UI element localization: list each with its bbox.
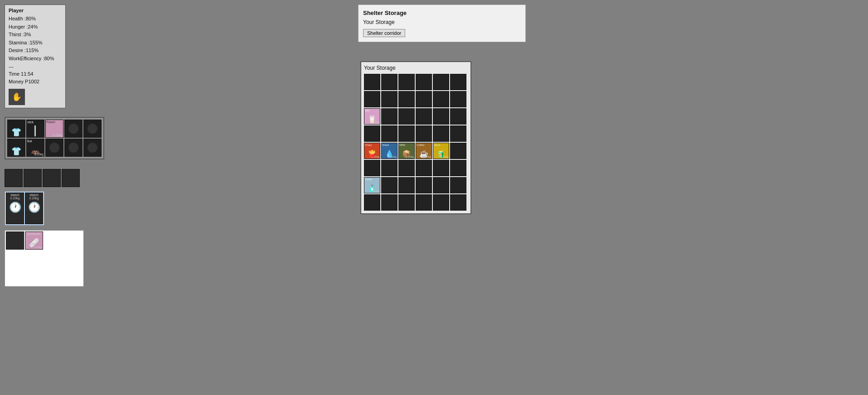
storage-cell[interactable] <box>398 194 415 211</box>
separator: --- <box>9 64 62 69</box>
storage-cell[interactable] <box>364 194 380 211</box>
storage-cell[interactable]: Juice🧃0.40kg <box>433 143 449 159</box>
storage-cell[interactable] <box>398 125 415 142</box>
storage-cell[interactable]: MRE📦1.00kg <box>398 143 415 159</box>
player-title: Player <box>9 8 62 13</box>
storage-item-weight: 0.40kg <box>423 155 431 158</box>
storage-item-weight: 1.00kg <box>406 155 414 158</box>
storage-cell[interactable] <box>450 143 466 159</box>
storage-cell[interactable] <box>416 177 432 193</box>
storage-cell[interactable] <box>433 74 449 90</box>
work-efficiency-stat: WorkEfficiency :80% <box>9 55 62 63</box>
storage-item-weight: 0.10kg <box>371 121 379 124</box>
equip-cell-7[interactable] <box>45 139 63 157</box>
storage-cell[interactable] <box>416 91 432 107</box>
storage-cell[interactable] <box>381 194 398 211</box>
storage-item-label: MRE <box>399 144 405 147</box>
hotbar-cell-2[interactable] <box>43 169 61 187</box>
bat-label: Bat <box>27 140 32 143</box>
hotbar-cell-1[interactable] <box>24 169 42 187</box>
misc-cell-1[interactable]: tourniquets 🩹 0.20kg <box>25 231 43 250</box>
storage-cell[interactable] <box>433 160 449 176</box>
hunger-stat: Hunger :24% <box>9 23 62 31</box>
storage-cell[interactable] <box>381 177 398 193</box>
storage-cell[interactable] <box>433 108 449 125</box>
storage-cell[interactable] <box>381 91 398 107</box>
watch-label-1: Watch <box>29 193 39 197</box>
storage-cell[interactable] <box>416 194 432 211</box>
storage-cell[interactable] <box>381 74 398 90</box>
thirst-stat: Thirst :3% <box>9 31 62 39</box>
equip-cell-6[interactable]: Bat 🦇 1.00kg <box>26 139 44 157</box>
stick-label: stick <box>27 120 34 124</box>
storage-item-weight: 0.30kg <box>388 155 397 158</box>
storage-item-label: Coffee <box>417 144 425 147</box>
equip-cell-4[interactable] <box>83 120 102 138</box>
storage-cell[interactable]: Saline🧴0.10kg <box>364 177 380 193</box>
equip-cell-8[interactable] <box>64 139 82 157</box>
storage-cell[interactable] <box>450 91 466 107</box>
shelter-top-panel: Shelter Storage Your Storage Shelter cor… <box>358 5 526 42</box>
tourniquet-weight: 0.20kg <box>34 246 42 249</box>
storage-cell[interactable] <box>450 108 466 125</box>
your-storage-title: Your Storage <box>364 65 468 71</box>
storage-cell[interactable] <box>416 160 432 176</box>
storage-cell[interactable] <box>381 108 398 125</box>
equipment-panel: 👕 stick Peach 0.20kg 👕 Bat 🦇 1.00kg <box>5 117 104 159</box>
storage-cell[interactable] <box>381 160 398 176</box>
storage-cell[interactable] <box>398 91 415 107</box>
equip-cell-2[interactable]: Peach 0.20kg <box>45 120 63 138</box>
storage-cell[interactable] <box>364 74 380 90</box>
storage-cell[interactable] <box>450 125 466 142</box>
equip-cell-1[interactable]: stick <box>26 120 44 138</box>
storage-cell[interactable] <box>433 125 449 142</box>
storage-cell[interactable] <box>416 125 432 142</box>
misc-panel: tourniquets 🩹 0.20kg <box>5 230 84 287</box>
storage-cell[interactable] <box>433 194 449 211</box>
storage-cell[interactable] <box>398 177 415 193</box>
hotbar-cell-0[interactable] <box>5 169 23 187</box>
storage-cell[interactable]: Coffee☕0.40kg <box>416 143 432 159</box>
equip-cell-9[interactable] <box>83 139 102 157</box>
storage-cell[interactable] <box>381 125 398 142</box>
storage-item-weight: 0.10kg <box>371 190 379 193</box>
storage-item-label: Chips <box>365 144 372 147</box>
storage-cell[interactable] <box>450 74 466 90</box>
hotbar-cell-3[interactable] <box>62 169 80 187</box>
storage-cell[interactable] <box>450 160 466 176</box>
misc-cell-0[interactable] <box>6 231 24 250</box>
equip-cell-5[interactable]: 👕 <box>7 139 25 157</box>
watch-figure-1: 🕐 <box>28 202 40 213</box>
storage-cell[interactable] <box>450 194 466 211</box>
ball-icon-3 <box>68 124 78 134</box>
tourniquet-label: tourniquets <box>27 232 41 235</box>
desire-stat: Desire :115% <box>9 47 62 55</box>
storage-cell[interactable] <box>416 108 432 125</box>
peach-label: Peach <box>46 120 55 124</box>
equip-cell-0[interactable]: 👕 <box>7 120 25 138</box>
storage-cell[interactable]: Chips🍟1.00kg <box>364 143 380 159</box>
stick-icon <box>29 125 42 137</box>
storage-item-weight: 0.40kg <box>440 155 448 158</box>
watch-cell-0[interactable]: Watch 0.20kg 🕐 <box>6 193 24 224</box>
storage-cell[interactable]: Water💧0.30kg <box>381 143 398 159</box>
storage-cell[interactable] <box>433 91 449 107</box>
storage-cell[interactable] <box>416 74 432 90</box>
watch-panel: Watch 0.20kg 🕐 Watch 0.20kg 🕐 <box>5 191 44 226</box>
bat-weight: 1.00kg <box>34 153 44 156</box>
storage-cell[interactable] <box>398 160 415 176</box>
storage-cell[interactable]: Milk🥛0.10kg <box>364 108 380 125</box>
storage-item-label: Milk <box>365 109 370 112</box>
ball-icon-8 <box>68 143 78 153</box>
equip-cell-3[interactable] <box>64 120 82 138</box>
storage-cell[interactable] <box>450 177 466 193</box>
shelter-corridor-button[interactable]: Shelter corridor <box>363 29 405 37</box>
storage-cell[interactable] <box>364 160 380 176</box>
storage-cell[interactable] <box>398 108 415 125</box>
storage-cell[interactable] <box>364 91 380 107</box>
storage-cell[interactable] <box>398 74 415 90</box>
storage-cell[interactable] <box>364 125 380 142</box>
your-storage-panel: Your Storage Milk🥛0.10kgChips🍟1.00kgWate… <box>360 61 471 214</box>
storage-cell[interactable] <box>433 177 449 193</box>
watch-cell-1[interactable]: Watch 0.20kg 🕐 <box>25 193 43 224</box>
